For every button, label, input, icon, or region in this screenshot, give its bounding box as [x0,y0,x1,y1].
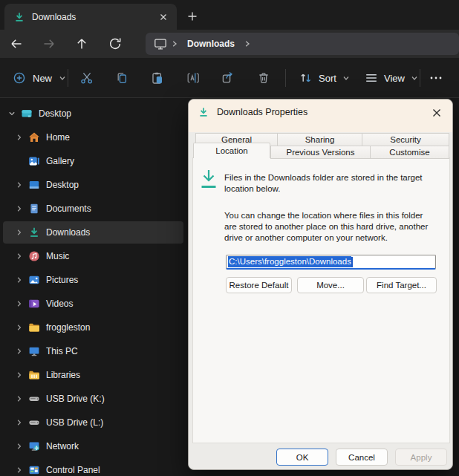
restore-default-button[interactable]: Restore Default [226,277,292,293]
sidebar-item-libraries[interactable]: Libraries [3,364,183,386]
sidebar-item-this-pc[interactable]: This PC [3,340,183,362]
tab-previous-versions[interactable]: Previous Versions [270,146,371,159]
sidebar-item-label: USB Drive (K:) [46,394,105,404]
view-button[interactable]: View [359,67,423,89]
chevron-right-icon[interactable] [13,369,25,381]
sidebar-item-label: Network [46,441,79,451]
dialog-close-button[interactable] [426,103,447,123]
ellipsis-icon [428,71,444,85]
sidebar-item-music[interactable]: Music [3,245,183,267]
chevron-right-icon[interactable] [13,179,25,191]
sidebar-item-control-panel[interactable]: Control Panel [3,459,183,476]
sidebar-item-label: Downloads [46,227,90,238]
toolbar-divider [68,69,68,87]
sidebar-item-gallery[interactable]: Gallery [3,150,183,172]
plus-icon [186,10,199,23]
downloads-icon [28,226,40,238]
sidebar-item-usb-drive-k[interactable]: USB Drive (K:) [3,388,183,410]
sidebar-item-downloads[interactable]: Downloads [3,221,183,244]
this-pc-icon [28,345,40,357]
move-button[interactable]: Move... [297,277,364,293]
location-path-input[interactable]: C:\Users\froggleston\Downloads [226,255,436,270]
sidebar-item-home[interactable]: Home [3,126,183,149]
gallery-icon [28,155,40,167]
apply-button[interactable]: Apply [395,449,447,466]
sidebar-item-desktop[interactable]: Desktop [3,102,183,125]
tab-close-button[interactable] [154,8,172,26]
find-target-button[interactable]: Find Target... [366,277,437,293]
new-tab-button[interactable] [183,7,201,25]
chevron-right-icon[interactable] [13,393,25,405]
videos-icon [28,298,40,310]
back-arrow-icon [9,36,24,51]
sidebar-item-desktop[interactable]: Desktop [3,174,183,196]
tab-sharing[interactable]: Sharing [277,133,362,146]
paste-button[interactable] [148,68,167,88]
chevron-right-icon[interactable] [13,345,25,357]
chevron-right-icon[interactable] [13,417,25,428]
explorer-tab-downloads[interactable]: Downloads [4,4,177,30]
tab-customise[interactable]: Customise [370,146,449,159]
chevron-right-icon[interactable] [13,298,25,310]
chevron-down-icon[interactable] [6,108,18,120]
chevron-right-icon[interactable] [13,322,25,333]
view-button-label: View [384,73,405,84]
view-list-icon [364,71,379,85]
sort-button[interactable]: Sort [294,67,355,89]
share-button[interactable] [218,68,238,88]
more-options-button[interactable] [426,68,446,88]
usb-drive-icon [28,393,40,405]
new-button-label: New [33,73,52,84]
chevron-down-icon [410,74,419,82]
sidebar-item-pictures[interactable]: Pictures [3,269,183,291]
sidebar-item-videos[interactable]: Videos [3,293,183,315]
rename-button[interactable] [183,68,203,88]
new-circle-plus-icon [12,71,27,85]
address-bar[interactable]: Downloads [146,33,459,55]
sidebar-item-label: Home [46,132,70,143]
chevron-right-icon[interactable] [13,274,25,286]
sidebar-item-usb-drive-l[interactable]: USB Drive (L:) [3,411,183,434]
tab-security[interactable]: Security [362,133,449,146]
chevron-right-icon[interactable] [13,250,25,262]
tab-location[interactable]: Location [193,143,270,158]
chevron-down-icon [342,74,351,82]
new-button[interactable]: New [7,67,71,89]
cut-icon [79,71,94,85]
chevron-right-icon[interactable] [13,464,25,476]
chevron-right-icon[interactable] [13,226,25,238]
sidebar-item-label: Pictures [46,275,78,285]
documents-icon [28,203,40,215]
tab-title: Downloads [32,12,154,22]
chevron-spacer [13,155,25,167]
dialog-titlebar: Downloads Properties [189,100,452,132]
monitor-icon [153,36,168,51]
ok-button[interactable]: OK [276,449,328,466]
sidebar-item-label: Control Panel [46,465,100,475]
folder-icon [28,322,40,333]
breadcrumb-downloads[interactable]: Downloads [187,39,235,49]
sidebar-item-label: USB Drive (L:) [46,417,103,428]
up-button[interactable] [70,32,94,56]
chevron-right-icon[interactable] [169,39,180,49]
cancel-button[interactable]: Cancel [336,449,388,466]
libraries-icon [28,369,40,381]
desktop-icon [28,179,40,191]
back-button[interactable] [4,32,28,56]
cut-button[interactable] [77,68,97,88]
delete-button[interactable] [254,68,273,88]
refresh-button[interactable] [103,32,127,56]
chevron-right-icon[interactable] [242,39,253,49]
chevron-right-icon[interactable] [13,131,25,143]
forward-button[interactable] [37,32,61,56]
download-icon [13,11,25,23]
sidebar-item-froggleston[interactable]: froggleston [3,316,183,339]
sidebar-item-network[interactable]: Network [3,435,183,457]
text-caret [351,257,353,267]
chevron-right-icon[interactable] [13,203,25,215]
chevron-right-icon[interactable] [13,440,25,452]
sidebar-item-documents[interactable]: Documents [3,198,183,220]
up-arrow-icon [74,36,89,51]
sidebar-item-label: Documents [46,203,91,214]
copy-button[interactable] [112,68,131,88]
